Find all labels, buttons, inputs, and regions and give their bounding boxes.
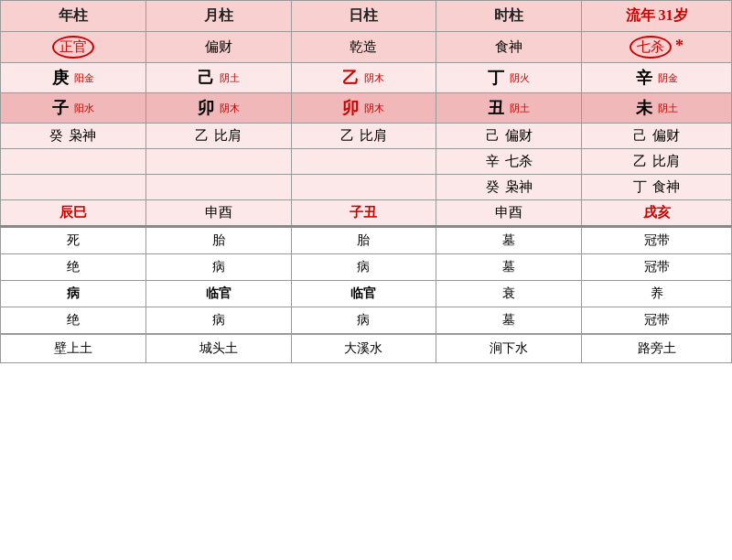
wuxing-row: 壁上土 城头土 大溪水 涧下水 路旁土 — [1, 334, 732, 363]
shi-bot0: 墓 — [436, 227, 582, 254]
ri-bot1: 病 — [291, 254, 436, 281]
asterisk: * — [675, 37, 684, 55]
liu-cang2: 乙 比肩 — [582, 149, 732, 175]
ri-wx: 大溪水 — [291, 334, 436, 363]
shi-kong: 申酉 — [436, 200, 582, 227]
yue-bot1: 病 — [145, 254, 291, 281]
shi-wx: 涧下水 — [436, 334, 582, 363]
nian-bot1: 绝 — [1, 254, 146, 281]
liu-di: 未 阴土 — [582, 93, 732, 124]
ri-guan: 乾造 — [291, 32, 436, 63]
cang-gan-row2: 辛 七杀 乙 比肩 — [1, 149, 732, 175]
liu-cang3: 丁 食神 — [582, 175, 732, 200]
tian-gan-row: 庚 阳金 己 阴土 乙 阴木 丁 阴火 — [1, 63, 732, 93]
shi-bot2: 衰 — [436, 281, 582, 307]
liu-tian: 辛 阴金 — [582, 63, 732, 93]
nian-bot0: 死 — [1, 227, 146, 254]
nian-tian: 庚 阳金 — [1, 63, 146, 93]
ri-kong: 子丑 — [291, 200, 436, 227]
bottom-row-3: 绝 病 病 墓 冠带 — [1, 307, 732, 335]
liu-guan: 七杀 * — [582, 32, 732, 63]
shi-di: 丑 阴土 — [436, 93, 582, 124]
ri-bot0: 胎 — [291, 227, 436, 254]
ri-bot2: 临官 — [291, 281, 436, 307]
di-zhi-row: 子 阳水 卯 阴木 卯 阴木 丑 阴土 — [1, 93, 732, 124]
ri-di: 卯 阴木 — [291, 93, 436, 124]
yue-guan: 偏财 — [145, 32, 291, 63]
yue-bot2: 临官 — [145, 281, 291, 307]
yue-kong: 申酉 — [145, 200, 291, 227]
header-liu: 流年 31岁 — [582, 1, 732, 32]
yue-bot3: 病 — [145, 307, 291, 335]
guan-row: 正官 偏财 乾造 食神 七杀 * — [1, 32, 732, 63]
kong-wang-row: 辰巳 申酉 子丑 申酉 戌亥 — [1, 200, 732, 227]
yue-cang3 — [145, 175, 291, 200]
shi-guan: 食神 — [436, 32, 582, 63]
shi-cang2: 辛 七杀 — [436, 149, 582, 175]
ri-tian: 乙 阴木 — [291, 63, 436, 93]
yue-wx: 城头土 — [145, 334, 291, 363]
nian-cang1: 癸 枭神 — [1, 124, 146, 149]
yue-di: 卯 阴木 — [145, 93, 291, 124]
yue-bot0: 胎 — [145, 227, 291, 254]
nian-cang2 — [1, 149, 146, 175]
nian-wx: 壁上土 — [1, 334, 146, 363]
shi-cang3: 癸 枭神 — [436, 175, 582, 200]
qi-sha-circle: 七杀 — [630, 36, 672, 59]
nian-bot2: 病 — [1, 281, 146, 307]
cang-gan-row3: 癸 枭神 丁 食神 — [1, 175, 732, 200]
yue-cang2 — [145, 149, 291, 175]
bottom-row-1: 绝 病 病 墓 冠带 — [1, 254, 732, 281]
nian-kong: 辰巳 — [1, 200, 146, 227]
header-nian: 年柱 — [1, 1, 146, 32]
liu-bot2: 养 — [582, 281, 732, 307]
header-row: 年柱 月柱 日柱 时柱 流年 31岁 — [1, 1, 732, 32]
zheng-guan-circle: 正官 — [52, 36, 94, 59]
bottom-row-0: 死 胎 胎 墓 冠带 — [1, 227, 732, 254]
header-yue: 月柱 — [145, 1, 291, 32]
cang-gan-row1: 癸 枭神 乙 比肩 乙 比肩 己 偏财 — [1, 124, 732, 149]
ri-cang2 — [291, 149, 436, 175]
shi-tian: 丁 阴火 — [436, 63, 582, 93]
nian-cang3 — [1, 175, 146, 200]
nian-guan: 正官 — [1, 32, 146, 63]
yue-cang1: 乙 比肩 — [145, 124, 291, 149]
header-shi: 时柱 — [436, 1, 582, 32]
liu-bot3: 冠带 — [582, 307, 732, 335]
liu-kong: 戌亥 — [582, 200, 732, 227]
nian-bot3: 绝 — [1, 307, 146, 335]
ri-cang1: 乙 比肩 — [291, 124, 436, 149]
bottom-row-2: 病 临官 临官 衰 养 — [1, 281, 732, 307]
bazi-table: 年柱 月柱 日柱 时柱 流年 31岁 正官 偏财 乾造 食神 七杀 * — [0, 0, 732, 363]
liu-bot0: 冠带 — [582, 227, 732, 254]
ri-cang3 — [291, 175, 436, 200]
nian-di: 子 阳水 — [1, 93, 146, 124]
ri-bot3: 病 — [291, 307, 436, 335]
liu-cang1: 己 偏财 — [582, 124, 732, 149]
shi-bot3: 墓 — [436, 307, 582, 335]
liu-bot1: 冠带 — [582, 254, 732, 281]
yue-tian: 己 阴土 — [145, 63, 291, 93]
header-ri: 日柱 — [291, 1, 436, 32]
shi-cang1: 己 偏财 — [436, 124, 582, 149]
liu-wx: 路旁土 — [582, 334, 732, 363]
shi-bot1: 墓 — [436, 254, 582, 281]
